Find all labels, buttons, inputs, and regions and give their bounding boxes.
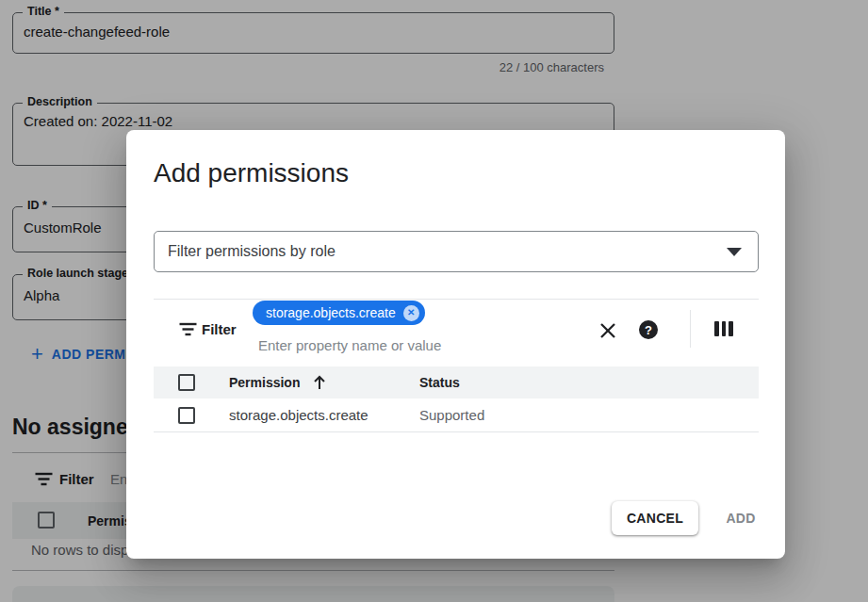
filter-by-role-dropdown[interactable]: Filter permissions by role [154,231,759,272]
table-row[interactable]: storage.objects.create Supported [154,399,759,432]
filter-help-button[interactable]: ? [639,320,658,339]
row-status: Supported [419,407,484,423]
modal-filter-input[interactable]: Enter property name or value [258,337,441,353]
cancel-button[interactable]: CANCEL [612,501,698,535]
add-permissions-dialog: Add permissions Filter permissions by ro… [126,130,785,559]
permission-column-header[interactable]: Permission [229,375,300,390]
row-permission: storage.objects.create [229,407,368,423]
select-all-checkbox[interactable] [178,374,195,391]
close-icon [598,321,617,340]
filter-by-role-dropdown-value: Filter permissions by role [168,243,336,260]
sort-ascending-icon[interactable] [313,375,326,390]
chip-remove-icon[interactable]: ✕ [403,305,419,321]
modal-filter-label: Filter [202,321,237,337]
dialog-title: Add permissions [154,158,349,188]
chevron-down-icon [727,248,742,256]
columns-icon [714,321,733,336]
modal-table-header: Permission Status [154,366,759,399]
add-button[interactable]: ADD [712,501,769,535]
toolbar-vertical-divider [690,310,691,348]
row-checkbox[interactable] [178,407,195,424]
filter-chip-label: storage.objects.create [266,305,396,320]
filter-icon [179,322,197,336]
column-display-button[interactable] [714,321,733,336]
filter-chip[interactable]: storage.objects.create ✕ [253,301,425,325]
role-editor-screen: Title * create-changefeed-role 22 / 100 … [0,0,868,602]
help-icon: ? [639,320,658,339]
toolbar-top-divider [154,299,759,300]
status-column-header[interactable]: Status [419,375,460,390]
clear-filter-button[interactable] [598,321,617,343]
